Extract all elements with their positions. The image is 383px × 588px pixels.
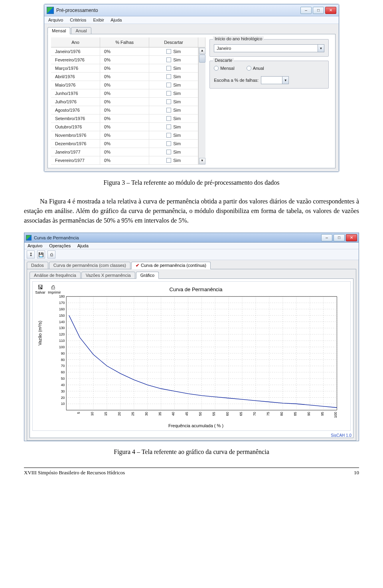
svg-text:80: 80 <box>280 412 284 416</box>
chevron-down-icon[interactable]: ▼ <box>282 77 288 84</box>
svg-text:65: 65 <box>239 412 243 416</box>
app-icon <box>26 235 32 241</box>
tab-vazoes-x-perm[interactable]: Vazões X permanência <box>81 272 135 279</box>
menu-exibir[interactable]: Exibir <box>93 18 104 22</box>
table-cell-discard[interactable]: Sim <box>149 64 198 73</box>
svg-text:90: 90 <box>61 351 65 355</box>
checkbox-label: Sim <box>173 83 181 87</box>
scroll-thumb[interactable] <box>199 55 205 63</box>
checkbox-label: Sim <box>173 158 181 163</box>
radio-mensal[interactable]: Mensal <box>214 66 234 71</box>
tab-analise-freq[interactable]: Análise de frequência <box>30 272 81 279</box>
maximize-button[interactable]: □ <box>313 7 324 14</box>
table-cell-discard[interactable]: Sim <box>149 148 198 156</box>
app-icon <box>47 7 54 14</box>
table-cell-discard[interactable]: Sim <box>149 47 198 56</box>
checkbox-label: Sim <box>173 74 181 79</box>
tool-save-icon[interactable]: 💾 <box>37 251 45 258</box>
tool-print-icon[interactable]: ⎙ <box>47 251 55 258</box>
table-cell-month: Agosto/1976 <box>51 106 100 114</box>
scroll-up-icon[interactable]: ▲ <box>199 48 205 54</box>
chevron-down-icon[interactable]: ▼ <box>318 45 324 52</box>
menu-ajuda[interactable]: Ajuda <box>111 18 122 22</box>
checkbox-icon[interactable] <box>166 66 171 71</box>
plot-print-button[interactable]: ⎙Imprimir <box>48 284 58 294</box>
checkbox-icon[interactable] <box>166 74 171 79</box>
checkbox-icon[interactable] <box>166 133 171 138</box>
table-cell-discard[interactable]: Sim <box>149 89 198 98</box>
checkbox-icon[interactable] <box>166 57 171 62</box>
close-button[interactable]: ✕ <box>325 7 336 14</box>
checkbox-label: Sim <box>173 49 181 54</box>
menu-arquivo[interactable]: Arquivo <box>28 243 42 248</box>
save-icon: 🖫 <box>35 284 45 290</box>
checkbox-icon[interactable] <box>166 49 171 54</box>
tab-anual[interactable]: Anual <box>71 27 91 34</box>
table-cell-discard[interactable]: Sim <box>149 140 198 148</box>
combo-mes-inicio[interactable]: Janeiro ▼ <box>214 44 324 52</box>
menu-criterios[interactable]: Critérios <box>70 18 86 22</box>
checkbox-icon[interactable] <box>166 99 171 104</box>
table-cell-discard[interactable]: Sim <box>149 81 198 89</box>
scroll-down-icon[interactable]: ▼ <box>199 158 205 164</box>
svg-text:10: 10 <box>61 402 65 406</box>
table-cell-pct: 0% <box>100 81 149 89</box>
table-cell-pct: 0% <box>100 73 149 81</box>
group-descarte: Descarte Mensal Anual Escolha a % de fal… <box>209 61 329 89</box>
tool-exit-icon[interactable]: ↧ <box>27 251 35 258</box>
tab-curva-continua[interactable]: Curva de permanência (contínua) <box>131 262 211 269</box>
svg-text:15: 15 <box>104 412 108 416</box>
radio-mensal-label: Mensal <box>220 66 234 71</box>
table-cell-discard[interactable]: Sim <box>149 114 198 123</box>
svg-text:100: 100 <box>59 345 65 349</box>
menu-ajuda[interactable]: Ajuda <box>77 243 89 248</box>
tab-mensal[interactable]: Mensal <box>47 27 70 34</box>
checkbox-icon[interactable] <box>166 141 171 146</box>
radio-anual[interactable]: Anual <box>247 66 264 71</box>
table-cell-discard[interactable]: Sim <box>149 98 198 106</box>
close-button[interactable]: ✕ <box>346 234 357 241</box>
menu-operacoes[interactable]: Operações <box>49 243 71 248</box>
col-ano[interactable]: Ano <box>51 37 100 47</box>
table-cell-month: Janeiro/1977 <box>51 148 100 156</box>
minimize-button[interactable]: – <box>300 7 312 14</box>
checkbox-icon[interactable] <box>166 124 171 129</box>
scroll-header <box>198 37 205 47</box>
svg-text:150: 150 <box>59 313 65 317</box>
maximize-button[interactable]: □ <box>334 234 345 241</box>
svg-text:30: 30 <box>61 389 65 393</box>
plot-area: 🖫Salvar ⎙Imprimir Curva de Permanência V… <box>32 281 351 431</box>
minimize-button[interactable]: – <box>321 234 332 241</box>
group-descarte-title: Descarte <box>213 58 234 63</box>
print-icon: ⎙ <box>48 284 58 290</box>
table-cell-discard[interactable]: Sim <box>149 156 198 165</box>
tab-curva-classes[interactable]: Curva de permanência (com classes) <box>49 262 130 269</box>
table-cell-pct: 0% <box>100 64 149 73</box>
table-cell-discard[interactable]: Sim <box>149 123 198 131</box>
svg-text:130: 130 <box>59 326 65 330</box>
table-cell-discard[interactable]: Sim <box>149 131 198 140</box>
checkbox-label: Sim <box>173 91 181 96</box>
col-falhas[interactable]: % Falhas <box>100 37 149 47</box>
svg-text:40: 40 <box>172 412 176 416</box>
checkbox-icon[interactable] <box>166 116 171 121</box>
tab-dados[interactable]: Dados <box>27 262 48 269</box>
menu-arquivo[interactable]: Arquivo <box>48 18 63 22</box>
combo-pct-falhas[interactable]: ▼ <box>261 76 289 84</box>
checkbox-label: Sim <box>173 116 181 121</box>
table-cell-discard[interactable]: Sim <box>149 106 198 114</box>
menubar: Arquivo Operações Ajuda <box>24 243 359 249</box>
svg-text:170: 170 <box>59 301 65 305</box>
table-cell-pct: 0% <box>100 98 149 106</box>
checkbox-icon[interactable] <box>166 150 171 154</box>
checkbox-icon[interactable] <box>166 91 171 96</box>
checkbox-icon[interactable] <box>166 158 171 163</box>
checkbox-icon[interactable] <box>166 108 171 112</box>
plot-save-button[interactable]: 🖫Salvar <box>35 284 45 294</box>
scrollbar[interactable]: ▲▼ <box>198 47 205 165</box>
col-descartar[interactable]: Descartar <box>149 37 198 47</box>
tab-grafico[interactable]: Gráfico <box>136 272 159 279</box>
table-cell-discard[interactable]: Sim <box>149 56 198 64</box>
table-cell-discard[interactable]: Sim <box>149 73 198 81</box>
checkbox-icon[interactable] <box>166 83 171 87</box>
